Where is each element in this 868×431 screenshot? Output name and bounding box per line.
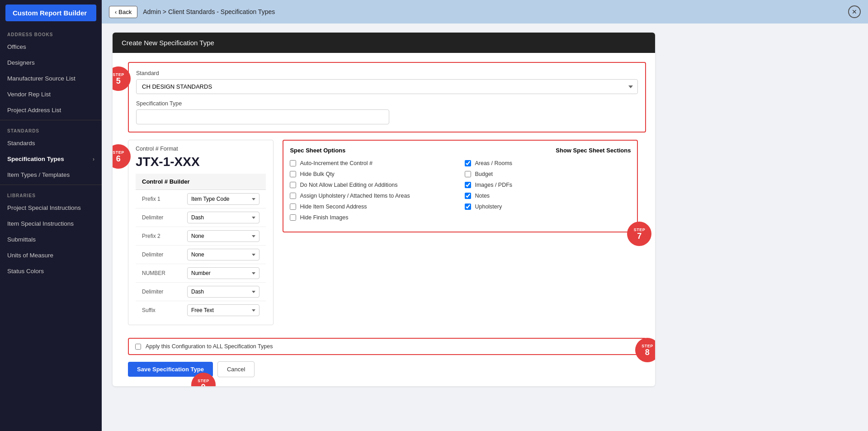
breadcrumb: Admin > Client Standards - Specification… bbox=[143, 8, 275, 15]
sidebar-item-project-special-instructions[interactable]: Project Special Instructions bbox=[0, 200, 102, 216]
checkbox-assign-upholstery: Assign Upholstery / Attached Items to Ar… bbox=[290, 193, 456, 199]
checkbox-areas-rooms: Areas / Rooms bbox=[465, 160, 631, 166]
sidebar-item-standards[interactable]: Standards bbox=[0, 135, 102, 151]
builder-header: Control # Builder bbox=[136, 174, 266, 190]
checkbox-hide-finish-images: Hide Finish Images bbox=[290, 214, 456, 221]
spec-col-right: Areas / Rooms Budget Image bbox=[465, 160, 631, 225]
sidebar-section-libraries: LIBRARIES bbox=[0, 187, 102, 200]
delimiter2-select[interactable]: None Dash Dot Underscore bbox=[187, 249, 259, 260]
spec-options-cols: Auto-Increment the Control # Hide Bulk Q… bbox=[290, 160, 631, 225]
builder-row-number: NUMBER Number bbox=[136, 264, 266, 283]
sidebar-item-vendor-rep-list[interactable]: Vendor Rep List bbox=[0, 86, 102, 102]
form-card: Create New Specification Type Step 5 Sta… bbox=[113, 33, 655, 386]
checkbox-auto-increment: Auto-Increment the Control # bbox=[290, 160, 456, 166]
step7-badge: Step 7 bbox=[627, 222, 651, 246]
notes-checkbox[interactable] bbox=[465, 193, 471, 199]
sidebar-item-status-colors[interactable]: Status Colors bbox=[0, 263, 102, 279]
sidebar-item-item-types-templates[interactable]: Item Types / Templates bbox=[0, 167, 102, 183]
apply-all-label: Apply this Configuration to ALL Specific… bbox=[146, 343, 273, 350]
assign-upholstery-checkbox[interactable] bbox=[290, 193, 296, 199]
prefix2-select[interactable]: None Item Type Code Free Text bbox=[187, 230, 259, 242]
checkbox-hide-second-address: Hide Item Second Address bbox=[290, 204, 456, 210]
prefix1-select[interactable]: Item Type Code None Free Text bbox=[187, 193, 259, 205]
hide-finish-images-checkbox[interactable] bbox=[290, 214, 296, 221]
standard-select[interactable]: CH DESIGN STANDARDS bbox=[136, 79, 638, 94]
images-pdfs-checkbox[interactable] bbox=[465, 182, 471, 188]
main-content: ‹ Back Admin > Client Standards - Specif… bbox=[102, 0, 868, 431]
back-button[interactable]: ‹ Back bbox=[109, 6, 137, 18]
show-sections-title: Show Spec Sheet Sections bbox=[556, 147, 631, 154]
builder-row-delimiter3: Delimiter Dash None Dot Underscore bbox=[136, 283, 266, 301]
delimiter1-select[interactable]: Dash None Dot Underscore bbox=[187, 212, 259, 223]
sidebar-item-item-special-instructions[interactable]: Item Special Instructions bbox=[0, 216, 102, 232]
form-card-body: Step 5 Standard CH DESIGN STANDARDS Spec… bbox=[113, 53, 655, 386]
sidebar-section-standards: STANDARDS bbox=[0, 122, 102, 135]
checkbox-budget: Budget bbox=[465, 171, 631, 177]
no-label-editing-checkbox[interactable] bbox=[290, 182, 296, 188]
auto-increment-checkbox[interactable] bbox=[290, 160, 296, 166]
topbar: ‹ Back Admin > Client Standards - Specif… bbox=[102, 0, 868, 24]
spec-options-box: Spec Sheet Options Show Spec Sheet Secti… bbox=[283, 140, 638, 232]
apply-all-checkbox[interactable] bbox=[135, 344, 141, 350]
sidebar-item-project-address-list[interactable]: Project Address List bbox=[0, 102, 102, 118]
cancel-button[interactable]: Cancel bbox=[217, 361, 255, 377]
delimiter3-select[interactable]: Dash None Dot Underscore bbox=[187, 286, 259, 298]
upholstery-checkbox[interactable] bbox=[465, 204, 471, 210]
checkbox-hide-bulk-qty: Hide Bulk Qty bbox=[290, 171, 456, 177]
sidebar-item-manufacturer-source-list[interactable]: Manufacturer Source List bbox=[0, 71, 102, 86]
spec-type-input[interactable] bbox=[136, 109, 389, 124]
checkbox-images-pdfs: Images / PDFs bbox=[465, 182, 631, 188]
number-select[interactable]: Number bbox=[187, 267, 259, 279]
topbar-left: ‹ Back Admin > Client Standards - Specif… bbox=[109, 6, 275, 18]
sidebar-item-designers[interactable]: Designers bbox=[0, 55, 102, 71]
chevron-left-icon: ‹ bbox=[115, 9, 117, 15]
builder-row-delimiter1: Delimiter Dash None Dot Underscore bbox=[136, 208, 266, 227]
hide-second-address-checkbox[interactable] bbox=[290, 204, 296, 210]
sidebar-logo[interactable]: Custom Report Builder bbox=[5, 5, 96, 21]
standard-label: Standard bbox=[136, 70, 638, 76]
sidebar-item-specification-types[interactable]: Specification Types › bbox=[0, 151, 102, 167]
content-area: Create New Specification Type Step 5 Sta… bbox=[102, 24, 868, 431]
step8-badge: Step 8 bbox=[635, 338, 655, 362]
apply-all-row: Apply this Configuration to ALL Specific… bbox=[128, 338, 646, 355]
sidebar: Custom Report Builder ADDRESS BOOKS Offi… bbox=[0, 0, 102, 431]
checkbox-upholstery: Upholstery bbox=[465, 204, 631, 210]
hide-bulk-qty-checkbox[interactable] bbox=[290, 171, 296, 177]
suffix-select[interactable]: Free Text None Item Type Code bbox=[187, 304, 259, 316]
builder-row-prefix2: Prefix 2 None Item Type Code Free Text bbox=[136, 227, 266, 246]
checkbox-no-label-editing: Do Not Allow Label Editing or Additions bbox=[290, 182, 456, 188]
close-icon: ✕ bbox=[852, 8, 857, 15]
sidebar-item-offices[interactable]: Offices bbox=[0, 39, 102, 55]
budget-checkbox[interactable] bbox=[465, 171, 471, 177]
spec-options-title: Spec Sheet Options bbox=[290, 147, 345, 154]
spec-options-header: Spec Sheet Options Show Spec Sheet Secti… bbox=[290, 147, 631, 154]
builder-row-prefix1: Prefix 1 Item Type Code None Free Text bbox=[136, 190, 266, 208]
builder-row-delimiter2: Delimiter None Dash Dot Underscore bbox=[136, 246, 266, 264]
builder-row-suffix: Suffix Free Text None Item Type Code bbox=[136, 301, 266, 319]
form-card-header: Create New Specification Type bbox=[113, 33, 655, 53]
checkbox-notes: Notes bbox=[465, 193, 631, 199]
control-format-label: Control # Format bbox=[136, 146, 266, 152]
spec-col-left: Auto-Increment the Control # Hide Bulk Q… bbox=[290, 160, 456, 225]
close-button[interactable]: ✕ bbox=[848, 5, 861, 18]
chevron-right-icon: › bbox=[93, 156, 94, 162]
areas-rooms-checkbox[interactable] bbox=[465, 160, 471, 166]
control-format-preview: JTX-1-XXX bbox=[136, 155, 266, 169]
sidebar-item-submittals[interactable]: Submittals bbox=[0, 232, 102, 247]
sidebar-item-units-of-measure[interactable]: Units of Measure bbox=[0, 247, 102, 263]
sidebar-section-address-books: ADDRESS BOOKS bbox=[0, 26, 102, 39]
spec-type-label: Specification Type bbox=[136, 100, 638, 107]
